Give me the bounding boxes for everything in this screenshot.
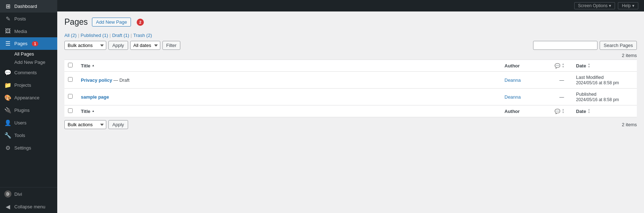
author-link-1[interactable]: Deanna	[504, 94, 521, 100]
bulk-actions-select-top[interactable]: Bulk actions Edit Move to Trash	[64, 41, 106, 50]
sidebar-item-users[interactable]: 👤 Users	[0, 117, 57, 129]
toolbar-bottom: Bulk actions Edit Move to Trash Apply 2 …	[64, 120, 637, 129]
date-status-0: Last Modified	[576, 75, 604, 80]
sidebar-item-comments[interactable]: 💬 Comments	[0, 66, 57, 79]
sidebar-item-appearance[interactable]: 🎨 Appearance	[0, 91, 57, 104]
sidebar-item-projects[interactable]: 📁 Projects	[0, 79, 57, 91]
page-title-link-0[interactable]: Privacy policy	[81, 77, 112, 83]
select-all-checkbox-bottom[interactable]	[68, 108, 73, 113]
table-header-row: Title ▲ Author 💬 ▲ ▼	[64, 60, 637, 72]
page-badge: 2	[137, 19, 144, 26]
sidebar-item-settings[interactable]: ⚙ Settings	[0, 142, 57, 154]
sidebar: ⊞ Dashboard ✎ Posts 🖼 Media ☰ Pages 1 Al…	[0, 0, 57, 213]
chevron-down-icon: ▾	[609, 3, 611, 8]
main-content: Screen Options ▾ Help ▾ Pages Add New Pa…	[57, 0, 644, 213]
row-checkbox-cell	[64, 72, 77, 89]
users-icon: 👤	[4, 119, 11, 126]
sidebar-item-label: Tools	[14, 133, 25, 138]
filter-all[interactable]: All (2)	[64, 33, 77, 38]
th-comments: 💬 ▲ ▼	[551, 60, 572, 72]
collapse-icon: ◀	[4, 203, 11, 210]
filter-button[interactable]: Filter	[162, 41, 181, 50]
items-count-top: 2 items	[64, 53, 637, 58]
items-count-bottom-area: 2 items	[622, 122, 637, 127]
apply-button-bottom[interactable]: Apply	[108, 120, 128, 129]
page-header: Pages Add New Page 2	[64, 17, 637, 27]
row-title-cell: sample page	[77, 89, 501, 105]
comments-value-0: —	[560, 77, 564, 83]
row-checkbox-1[interactable]	[68, 94, 73, 99]
page-title: Pages	[64, 17, 88, 27]
sort-title[interactable]: Title ▲	[81, 63, 497, 68]
plugins-icon: 🔌	[4, 107, 11, 114]
sort-date[interactable]: Date ▲ ▼	[576, 63, 633, 68]
filter-published[interactable]: Published (1)	[80, 33, 108, 38]
tf-title: Title ▲	[77, 105, 501, 117]
date-status-1: Published	[576, 91, 596, 97]
sidebar-item-label: Pages	[14, 41, 28, 46]
sort-arrows-title: ▲	[92, 64, 95, 67]
author-link-0[interactable]: Deanna	[504, 77, 521, 83]
sort-title-bottom[interactable]: Title ▲	[81, 109, 497, 114]
pages-icon: ☰	[4, 40, 11, 47]
screen-options-button[interactable]: Screen Options ▾	[574, 2, 615, 9]
chevron-down-icon: ▾	[632, 3, 634, 8]
th-date: Date ▲ ▼	[572, 60, 637, 72]
sort-comments-bottom[interactable]: 💬 ▲ ▼	[555, 108, 569, 114]
comments-column-icon: 💬	[555, 63, 560, 68]
date-value-0: 2024/05/16 at 8:58 pm	[576, 80, 619, 85]
sidebar-item-dashboard[interactable]: ⊞ Dashboard	[0, 0, 57, 13]
settings-icon: ⚙	[4, 145, 11, 151]
sidebar-item-posts[interactable]: ✎ Posts	[0, 13, 57, 25]
row-comments-cell: —	[551, 72, 572, 89]
add-new-page-button[interactable]: Add New Page	[92, 18, 131, 27]
sidebar-item-label: Dashboard	[14, 4, 37, 9]
row-comments-cell: —	[551, 89, 572, 105]
row-author-cell: Deanna	[501, 89, 551, 105]
page-title-link-1[interactable]: sample page	[81, 94, 109, 100]
comments-icon: 💬	[4, 69, 11, 76]
search-pages-button[interactable]: Search Pages	[600, 41, 637, 50]
pages-table: Title ▲ Author 💬 ▲ ▼	[64, 60, 637, 117]
dates-filter-select[interactable]: All dates	[130, 41, 160, 50]
sidebar-item-divi[interactable]: D Divi	[0, 188, 57, 200]
tf-checkbox	[64, 105, 77, 117]
media-icon: 🖼	[4, 28, 11, 34]
th-author: Author	[501, 60, 551, 72]
date-value-1: 2024/05/16 at 8:58 pm	[576, 97, 619, 102]
select-all-checkbox[interactable]	[68, 63, 73, 67]
apply-button-top[interactable]: Apply	[108, 41, 128, 50]
sidebar-item-plugins[interactable]: 🔌 Plugins	[0, 104, 57, 117]
sort-date-bottom[interactable]: Date ▲ ▼	[576, 108, 633, 114]
appearance-icon: 🎨	[4, 94, 11, 101]
sidebar-item-label: Comments	[14, 70, 37, 75]
filter-trash[interactable]: Trash (2)	[133, 33, 152, 38]
table-footer-row: Title ▲ Author 💬 ▲ ▼	[64, 105, 637, 117]
toolbar-top: Bulk actions Edit Move to Trash Apply Al…	[64, 41, 637, 50]
sidebar-sub-add-new-page[interactable]: Add New Page	[0, 58, 57, 66]
sidebar-item-label: Divi	[14, 191, 22, 197]
tf-comments: 💬 ▲ ▼	[551, 105, 572, 117]
sort-comments[interactable]: 💬 ▲ ▼	[555, 63, 569, 68]
sidebar-item-label: Projects	[14, 82, 31, 88]
th-checkbox	[64, 60, 77, 72]
help-button[interactable]: Help ▾	[618, 2, 638, 9]
bulk-actions-select-bottom[interactable]: Bulk actions Edit Move to Trash	[64, 120, 106, 129]
sidebar-item-label: Plugins	[14, 108, 30, 113]
sidebar-item-label: Media	[14, 29, 27, 34]
row-title-cell: Privacy policy — Draft	[77, 72, 501, 89]
items-count-bottom: 2 items	[622, 122, 637, 127]
row-date-cell: Last Modified 2024/05/16 at 8:58 pm	[572, 72, 637, 89]
sidebar-item-tools[interactable]: 🔧 Tools	[0, 129, 57, 142]
sidebar-item-label: Settings	[14, 145, 31, 151]
sidebar-item-label: Users	[14, 120, 26, 126]
filter-draft[interactable]: Draft (1)	[112, 33, 129, 38]
sidebar-item-pages[interactable]: ☰ Pages 1	[0, 37, 57, 50]
sidebar-item-media[interactable]: 🖼 Media	[0, 25, 57, 37]
sidebar-item-label: Collapse menu	[14, 204, 45, 209]
sidebar-sub-all-pages[interactable]: All Pages	[0, 50, 57, 58]
sidebar-item-label: Posts	[14, 16, 26, 22]
search-pages-input[interactable]	[533, 41, 597, 50]
sidebar-item-collapse[interactable]: ◀ Collapse menu	[0, 200, 57, 213]
row-checkbox-0[interactable]	[68, 77, 73, 82]
